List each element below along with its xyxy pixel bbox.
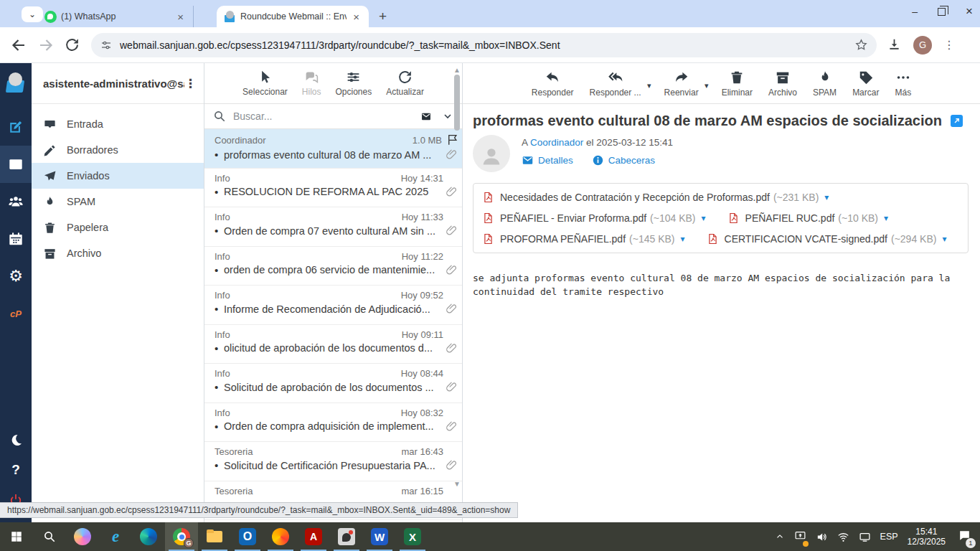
forward-button[interactable] (37, 37, 55, 54)
forward-button[interactable]: Reenviar ▾ (663, 70, 700, 98)
taskbar-acrobat-icon[interactable]: A (297, 522, 330, 551)
tag-button[interactable]: Marcar (851, 70, 880, 98)
attachment-item[interactable]: PEÑAFIEL RUC.pdf (~10 KB) ▾ (727, 211, 888, 225)
list-scrollbar[interactable]: ▲ ▼ (453, 63, 461, 522)
trash-button[interactable]: Eliminar (720, 70, 754, 98)
clock[interactable]: 15:4112/3/2025 (908, 527, 946, 547)
attachment-menu-caret-icon[interactable]: ▾ (942, 234, 946, 244)
attachment-menu-caret-icon[interactable]: ▾ (884, 213, 888, 223)
downloads-icon[interactable] (887, 37, 902, 52)
taskbar-firefox-icon[interactable] (264, 522, 297, 551)
volume-icon[interactable] (816, 531, 828, 543)
folder-item-enviados[interactable]: Enviados (32, 163, 204, 189)
reply-button[interactable]: Responder (530, 70, 575, 98)
window-minimize-button[interactable]: – (912, 6, 918, 17)
taskbar-copilot-icon[interactable] (66, 522, 99, 551)
dark-mode-button[interactable] (0, 425, 32, 455)
tab-roundcube[interactable]: Roundcube Webmail :: Enviados × (217, 6, 369, 27)
tray-expand-icon[interactable] (775, 532, 785, 542)
screen-share-icon[interactable] (794, 529, 806, 545)
folder-item-borradores[interactable]: Borradores (32, 137, 204, 163)
hilos-button[interactable]: Hilos (302, 70, 321, 97)
message-row[interactable]: Coordinador 1.0 MB • proformas evento cu… (204, 129, 462, 169)
fire-button[interactable]: SPAM (811, 70, 838, 98)
url-text[interactable]: webmail.sanjuan.gob.ec/cpsess1231947111/… (120, 39, 854, 51)
message-row[interactable]: Info Hoy 08:32 • Orden de compra adquisi… (204, 403, 462, 443)
message-row[interactable]: Tesoreria mar 16:43 • Solicitud de Certi… (204, 442, 462, 481)
attachment-name[interactable]: CERTIFICACION VCATE-signed.pdf (725, 233, 887, 245)
language-indicator[interactable]: ESP (880, 532, 898, 542)
taskbar-excel-icon[interactable]: X (396, 522, 429, 551)
attachment-item[interactable]: CERTIFICACION VCATE-signed.pdf (~294 KB)… (707, 232, 947, 246)
taskbar-edge-icon[interactable] (132, 522, 165, 551)
message-row[interactable]: Info Hoy 11:22 • orden de compra 06 serv… (204, 247, 462, 286)
settings-nav-button[interactable]: ⚙ (0, 258, 32, 295)
recipient-link[interactable]: Coordinador (530, 137, 583, 148)
taskbar-ie-icon[interactable]: e (99, 522, 132, 551)
new-tab-button[interactable]: + (379, 9, 387, 27)
message-row[interactable]: Info Hoy 08:44 • Solicitud de aprobación… (204, 364, 462, 403)
profile-avatar[interactable]: G (913, 36, 932, 55)
detalles-link[interactable]: Detalles (522, 154, 573, 166)
message-row[interactable]: Info Hoy 11:33 • Orden de compra 07 even… (204, 207, 462, 247)
site-info-icon[interactable] (100, 39, 113, 52)
bookmark-star-icon[interactable] (854, 38, 868, 52)
taskbar-java-app-icon[interactable] (330, 522, 363, 551)
taskbar-start-icon[interactable] (0, 522, 33, 551)
dropdown-caret-icon[interactable]: ▾ (647, 81, 651, 90)
actualizar-button[interactable]: Actualizar (386, 70, 424, 97)
taskbar-word-icon[interactable]: W (363, 522, 396, 551)
contacts-nav-button[interactable] (0, 183, 32, 220)
attachment-menu-caret-icon[interactable]: ▾ (681, 234, 685, 244)
taskbar-outlook-icon[interactable]: O (231, 522, 264, 551)
window-close-button[interactable]: × (966, 4, 973, 19)
replyall-button[interactable]: Responder ... ▾ (588, 70, 643, 98)
tab-whatsapp[interactable]: (1) WhatsApp × (37, 6, 194, 27)
folder-item-papelera[interactable]: Papelera (32, 215, 204, 240)
open-in-new-window-icon[interactable] (951, 115, 963, 127)
folder-item-archivo[interactable]: Archivo (32, 240, 204, 266)
taskbar-chrome-icon[interactable]: G (165, 522, 198, 551)
seleccionar-button[interactable]: Seleccionar (242, 70, 288, 97)
ellipsis-button[interactable]: Más (893, 70, 913, 98)
attachment-menu-caret-icon[interactable]: ▾ (702, 213, 706, 223)
attachment-name[interactable]: PROFORMA PEÑAFIEL.pdf (500, 233, 626, 245)
tab-close-icon[interactable]: × (351, 11, 362, 23)
search-scope-icon[interactable] (419, 111, 433, 122)
taskbar-file-explorer-icon[interactable] (198, 522, 231, 551)
attachment-name[interactable]: PEÑAFIEL RUC.pdf (745, 212, 835, 224)
search-options-chevron-icon[interactable] (442, 110, 453, 122)
help-button[interactable]: ? (11, 455, 20, 485)
folder-item-spam[interactable]: SPAM (32, 189, 204, 215)
tab-close-icon[interactable]: × (175, 11, 186, 23)
tab-search-button[interactable]: ⌄ (22, 6, 43, 22)
attachment-name[interactable]: PEÑAFIEL - Enviar Proforma.pdf (500, 212, 646, 224)
opciones-button[interactable]: Opciones (335, 70, 372, 97)
attachment-item[interactable]: PROFORMA PEÑAFIEL.pdf (~145 KB) ▾ (482, 232, 685, 246)
attachment-menu-caret-icon[interactable]: ▾ (824, 192, 829, 202)
message-row[interactable]: Info Hoy 14:31 • RESOLUCION DE REFORMA A… (204, 169, 462, 208)
notification-icon[interactable]: 1 (958, 529, 971, 545)
window-restore-button[interactable] (938, 8, 946, 16)
folder-options-icon[interactable]: ⋮ (184, 76, 197, 91)
calendar-nav-button[interactable] (0, 220, 32, 258)
dropdown-caret-icon[interactable]: ▾ (705, 81, 709, 90)
taskbar-search-icon[interactable] (33, 522, 66, 551)
display-icon[interactable] (859, 531, 871, 543)
archive-button[interactable]: Archivo (767, 70, 798, 98)
back-button[interactable] (10, 37, 27, 54)
browser-menu-icon[interactable]: ⋮ (943, 38, 955, 52)
attachment-item[interactable]: Necesidades de Contratación y Recepción … (482, 190, 829, 204)
search-input[interactable]: Buscar... (233, 110, 419, 122)
wifi-icon[interactable] (837, 531, 849, 543)
attachment-name[interactable]: Necesidades de Contratación y Recepción … (500, 192, 770, 203)
address-bar[interactable]: webmail.sanjuan.gob.ec/cpsess1231947111/… (91, 33, 877, 57)
message-row[interactable]: Info Hoy 09:52 • Informe de Recomendació… (204, 286, 462, 325)
compose-button[interactable] (0, 108, 32, 146)
folder-item-entrada[interactable]: Entrada (32, 111, 204, 137)
attachment-item[interactable]: PEÑAFIEL - Enviar Proforma.pdf (~104 KB)… (482, 211, 706, 225)
search-bar[interactable]: Buscar... (204, 104, 462, 129)
message-row[interactable]: Info Hoy 09:11 • olicitud de aprobación … (204, 325, 462, 364)
cabeceras-link[interactable]: Cabeceras (592, 154, 655, 166)
reload-button[interactable] (65, 37, 80, 52)
